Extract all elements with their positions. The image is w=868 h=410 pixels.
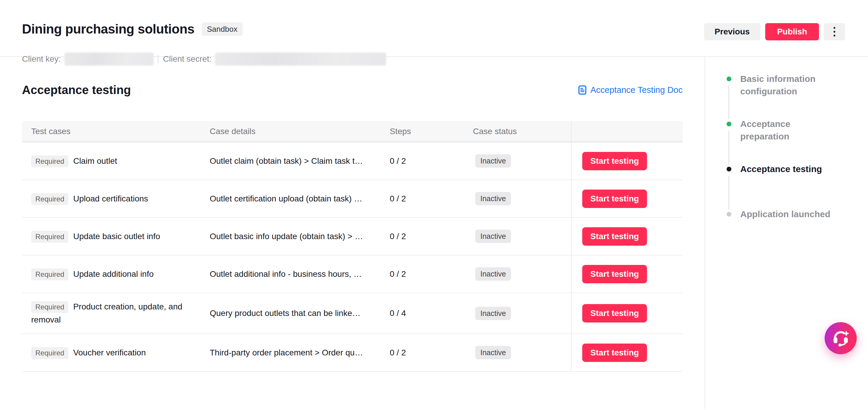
acceptance-testing-doc-link[interactable]: Acceptance Testing Doc [578,85,683,95]
column-header-test-cases: Test cases [22,127,210,136]
status-badge: Inactive [475,192,511,205]
step-label: Acceptance testing [740,163,838,175]
case-name: Upload certifications [73,194,148,203]
action-column-divider [571,121,571,372]
table-body: RequiredClaim outlet Outlet claim (obtai… [22,142,683,372]
table-header-row: Test cases Case details Steps Case statu… [22,121,683,142]
required-badge: Required [31,231,68,243]
required-badge: Required [31,193,68,205]
stepper-item: Acceptance preparation [726,118,856,163]
section-title: Acceptance testing [22,83,131,97]
previous-button[interactable]: Previous [704,23,761,40]
page-header: Dining purchasing solutions Sandbox Clie… [0,0,868,57]
status-badge: Inactive [475,307,511,320]
document-icon [578,86,586,95]
table-row: RequiredProduct creation, update, and re… [22,293,683,334]
credentials-separator [158,55,158,63]
kebab-vertical-icon [834,27,835,36]
steps-count: 0 / 2 [390,269,473,279]
support-fab-button[interactable] [825,322,857,354]
start-testing-button[interactable]: Start testing [582,265,647,283]
case-details: Outlet certification upload (obtain task… [210,194,390,204]
doc-link-label: Acceptance Testing Doc [590,85,683,95]
stepper-item: Acceptance testing [726,163,856,208]
test-case-cell: RequiredUpload certifications [22,186,210,211]
step-dot-icon [726,76,731,81]
header-actions: Previous Publish [704,23,845,40]
test-case-cell: RequiredClaim outlet [22,149,210,174]
case-name: Voucher verification [73,348,146,357]
status-badge: Inactive [475,267,511,281]
status-badge: Inactive [475,346,511,359]
step-dot-icon [726,212,731,216]
sandbox-badge: Sandbox [202,22,243,36]
case-name: Update additional info [73,269,154,279]
table-row: RequiredUpdate additional info Outlet ad… [22,255,683,293]
status-badge: Inactive [475,154,511,168]
required-badge: Required [31,156,68,167]
column-header-case-status: Case status [473,127,571,136]
start-testing-button[interactable]: Start testing [582,344,647,362]
case-details: Outlet additional info - business hours,… [210,269,390,279]
more-options-button[interactable] [824,23,845,40]
test-case-cell: RequiredUpdate additional info [22,262,210,286]
test-case-cell: RequiredVoucher verification [22,340,210,365]
steps-count: 0 / 4 [390,309,473,318]
support-headset-icon [832,329,849,347]
step-dot-icon [726,167,731,171]
column-header-steps: Steps [390,127,473,136]
start-testing-button[interactable]: Start testing [582,152,647,170]
main-panel: Acceptance testing Acceptance Testing Do… [0,57,705,409]
case-name: Update basic outlet info [73,232,160,241]
step-dot-icon [726,122,731,126]
client-key-label: Client key: [22,54,61,64]
acceptance-test-table: Test cases Case details Steps Case statu… [22,121,683,372]
client-secret-label: Client secret: [163,54,212,64]
steps-count: 0 / 2 [390,194,473,204]
client-secret-value-redacted [215,53,386,66]
start-testing-button[interactable]: Start testing [582,190,647,208]
publish-button[interactable]: Publish [765,23,819,40]
stepper-item: Application launched [726,208,856,220]
progress-stepper: Basic information configuration Acceptan… [705,57,868,409]
step-label: Basic information configuration [740,73,838,98]
case-details: Outlet basic info update (obtain task) >… [210,232,390,241]
case-details: Outlet claim (obtain task) > Claim task … [210,156,390,166]
case-details: Query product outlets that can be linke… [210,309,390,318]
case-name: Claim outlet [73,156,117,166]
stepper-item: Basic information configuration [726,73,856,118]
test-case-cell: RequiredUpdate basic outlet info [22,224,210,249]
step-label: Application launched [740,208,838,220]
table-row: RequiredVoucher verification Third-party… [22,334,683,372]
required-badge: Required [31,269,68,280]
required-badge: Required [31,301,68,313]
required-badge: Required [31,347,68,359]
table-row: RequiredUpdate basic outlet info Outlet … [22,218,683,255]
step-label: Acceptance preparation [740,118,838,143]
client-key-value-redacted [64,53,154,66]
table-row: RequiredUpload certifications Outlet cer… [22,180,683,218]
test-case-cell: RequiredProduct creation, update, and re… [22,294,210,332]
status-badge: Inactive [475,230,511,243]
case-details: Third-party order placement > Order qu… [210,348,390,357]
page-title: Dining purchasing solutions [22,21,194,37]
steps-count: 0 / 2 [390,348,473,357]
start-testing-button[interactable]: Start testing [582,304,647,322]
start-testing-button[interactable]: Start testing [582,227,647,246]
steps-count: 0 / 2 [390,232,473,241]
column-header-case-details: Case details [210,127,390,136]
table-row: RequiredClaim outlet Outlet claim (obtai… [22,142,683,180]
steps-count: 0 / 2 [390,156,473,166]
